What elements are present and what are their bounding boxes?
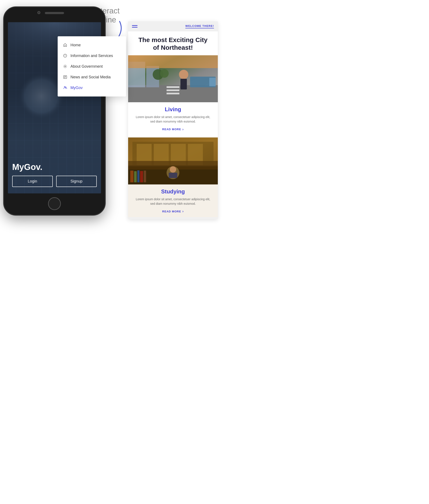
svg-point-63 xyxy=(170,166,176,173)
content-panel: WELCOME THERE! The most Exciting City of… xyxy=(128,21,218,219)
menu-info-label: Information and Services xyxy=(71,53,113,58)
street-scene-svg xyxy=(128,55,218,102)
studying-card: Studying Lorem ipsum dolor sit amet, con… xyxy=(128,137,218,217)
phone-action-buttons: Login Signup xyxy=(12,176,97,187)
hamburger-line-2 xyxy=(132,27,137,27)
menu-news-label: News and Social Media xyxy=(71,75,111,80)
hamburger-line-1 xyxy=(132,25,137,26)
menu-home-label: Home xyxy=(71,43,81,47)
svg-rect-60 xyxy=(140,171,143,182)
svg-rect-43 xyxy=(180,79,187,89)
svg-point-32 xyxy=(65,87,66,88)
signup-button[interactable]: Signup xyxy=(56,176,97,187)
studying-card-title: Studying xyxy=(133,188,213,195)
heading-line-2: of Northeast! xyxy=(153,44,193,51)
svg-point-42 xyxy=(179,70,188,79)
news-icon xyxy=(63,75,67,80)
login-button[interactable]: Login xyxy=(12,176,53,187)
svg-point-41 xyxy=(160,69,169,78)
about-icon xyxy=(63,64,67,69)
mygov-icon xyxy=(63,85,67,90)
svg-rect-64 xyxy=(169,173,177,178)
menu-about-label: About Government xyxy=(71,64,103,69)
panel-main-heading: The most Exciting City of Northeast! xyxy=(128,31,218,55)
studying-read-more-button[interactable]: READ MORE › xyxy=(162,209,184,213)
welcome-label: WELCOME THERE! xyxy=(185,24,214,28)
menu-item-news[interactable]: News and Social Media xyxy=(58,72,126,82)
living-card-text: Lorem ipsum dolor sit amet, consectetuer… xyxy=(133,115,213,124)
svg-rect-44 xyxy=(128,55,218,68)
studying-card-image xyxy=(128,137,218,185)
hamburger-menu-icon[interactable] xyxy=(132,25,137,27)
living-card-body: Living Lorem ipsum dolor sit amet, conse… xyxy=(128,102,218,135)
info-icon xyxy=(63,53,67,58)
menu-mygov-label: MyGov xyxy=(71,86,83,90)
menu-item-about[interactable]: About Government xyxy=(58,61,126,72)
svg-rect-35 xyxy=(167,86,179,88)
phone-speaker xyxy=(45,12,64,14)
library-scene-svg xyxy=(128,137,218,185)
svg-rect-59 xyxy=(137,170,139,182)
studying-read-more-chevron-icon: › xyxy=(182,209,184,213)
svg-rect-37 xyxy=(167,93,179,94)
screen-bottom-content: MyGov. Login Signup xyxy=(12,162,97,187)
svg-rect-57 xyxy=(130,171,134,182)
living-card-image xyxy=(128,55,218,102)
studying-card-body: Studying Lorem ipsum dolor sit amet, con… xyxy=(128,185,218,217)
navigation-menu: Home Information and Services About Gove… xyxy=(58,36,126,97)
living-read-more-button[interactable]: READ MORE › xyxy=(162,127,184,131)
svg-point-26 xyxy=(65,66,66,67)
read-more-chevron-icon: › xyxy=(182,127,184,131)
studying-card-text: Lorem ipsum dolor sit amet, consectetuer… xyxy=(133,197,213,206)
phone-home-button[interactable] xyxy=(48,197,61,210)
svg-rect-58 xyxy=(134,171,137,182)
svg-rect-46 xyxy=(209,78,216,86)
menu-item-mygov[interactable]: MyGov xyxy=(58,82,126,93)
panel-main-content: The most Exciting City of Northeast! xyxy=(128,31,218,217)
panel-topbar: WELCOME THERE! xyxy=(128,21,218,31)
menu-item-home[interactable]: Home xyxy=(58,40,126,50)
heading-line-1: The most Exciting City xyxy=(138,36,207,43)
home-icon xyxy=(63,43,67,47)
living-card-title: Living xyxy=(133,106,213,113)
svg-rect-55 xyxy=(128,161,218,166)
svg-rect-36 xyxy=(167,89,179,91)
living-card: Living Lorem ipsum dolor sit amet, conse… xyxy=(128,55,218,135)
menu-item-info[interactable]: Information and Services xyxy=(58,50,126,61)
mygov-brand-title: MyGov. xyxy=(12,162,97,172)
svg-point-31 xyxy=(64,87,65,88)
svg-rect-61 xyxy=(144,171,146,182)
phone-camera xyxy=(37,11,40,14)
